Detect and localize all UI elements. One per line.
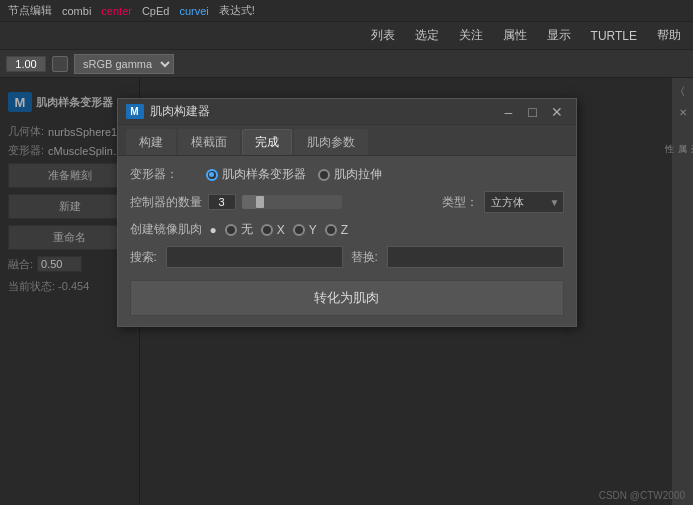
menu-display[interactable]: 显示 <box>543 25 575 46</box>
tab-model-section[interactable]: 模截面 <box>178 129 240 155</box>
radio-spline-checked <box>206 169 218 181</box>
radio-z-circle <box>325 224 337 236</box>
second-toolbar: 列表 选定 关注 属性 显示 TURTLE 帮助 <box>0 22 693 50</box>
radio-spline-deformer[interactable]: 肌肉样条变形器 <box>206 166 306 183</box>
radio-mirror-none[interactable]: 无 <box>225 221 253 238</box>
deformer-type-label: 变形器： <box>130 166 200 183</box>
color-indicator <box>52 56 68 72</box>
deformer-type-row: 变形器： 肌肉样条变形器 肌肉拉伸 <box>130 166 564 183</box>
slider-handle[interactable] <box>256 196 264 208</box>
menu-item-combi[interactable]: combi <box>58 5 95 17</box>
radio-y-circle <box>293 224 305 236</box>
menu-turtle[interactable]: TURTLE <box>587 27 641 45</box>
menu-attributes[interactable]: 属性 <box>499 25 531 46</box>
replace-label: 替换: <box>351 249 379 266</box>
slider-fill <box>242 195 257 209</box>
value-input[interactable] <box>6 56 46 72</box>
menu-item-curvei[interactable]: curvei <box>175 5 212 17</box>
dialog-title: 肌肉构建器 <box>150 103 496 120</box>
menu-item-nodes[interactable]: 节点编辑 <box>4 3 56 18</box>
radio-spline-label: 肌肉样条变形器 <box>222 166 306 183</box>
convert-button[interactable]: 转化为肌肉 <box>130 280 564 316</box>
menu-select[interactable]: 选定 <box>411 25 443 46</box>
radio-mirror-x[interactable]: X <box>261 223 285 237</box>
type-label: 类型： <box>442 194 478 211</box>
minimize-button[interactable]: – <box>498 103 520 121</box>
controller-slider[interactable] <box>242 195 342 209</box>
radio-y-label: Y <box>309 223 317 237</box>
mirror-row: 创建镜像肌肉 ● 无 X Y <box>130 221 564 238</box>
search-input[interactable] <box>166 246 343 268</box>
watermark: CSDN @CTW2000 <box>599 490 685 501</box>
right-icon-close[interactable]: ✕ <box>674 103 692 121</box>
radio-none-circle <box>225 224 237 236</box>
radio-stretch-circle <box>318 169 330 181</box>
dialog-logo: M <box>126 104 144 119</box>
search-label: 搜索: <box>130 249 158 266</box>
controller-count-label: 控制器的数量 <box>130 194 202 211</box>
muscle-builder-dialog: M 肌肉构建器 – □ ✕ 构建 模截面 完成 肌肉参数 变形器： <box>117 98 577 327</box>
radio-x-label: X <box>277 223 285 237</box>
right-sidebar: 〈 ✕ 列属性 <box>671 78 693 505</box>
menu-item-expression[interactable]: 表达式! <box>215 3 259 18</box>
tab-build[interactable]: 构建 <box>126 129 176 155</box>
controller-count-input[interactable] <box>208 194 236 210</box>
controller-count-row: 控制器的数量 类型： 立方体 ▼ <box>130 191 564 213</box>
color-mode-select[interactable]: sRGB gamma <box>74 54 174 74</box>
right-icon-text: 列属性 <box>674 128 692 146</box>
maximize-button[interactable]: □ <box>522 103 544 121</box>
third-bar: sRGB gamma <box>0 50 693 78</box>
type-select-wrapper: 立方体 ▼ <box>484 191 564 213</box>
dialog-tabs: 构建 模截面 完成 肌肉参数 <box>118 125 576 156</box>
menu-item-center[interactable]: center <box>97 5 136 17</box>
main-area: M 肌肉样条变形器 几何体: nurbsSphere1 变形器: cMuscle… <box>0 78 693 505</box>
tab-muscle-params[interactable]: 肌肉参数 <box>294 129 368 155</box>
deformer-radio-group: 肌肉样条变形器 肌肉拉伸 <box>206 166 382 183</box>
top-menu-bar: 节点编辑 combi center CpEd curvei 表达式! <box>0 0 693 22</box>
radio-x-circle <box>261 224 273 236</box>
menu-focus[interactable]: 关注 <box>455 25 487 46</box>
dialog-overlay: M 肌肉构建器 – □ ✕ 构建 模截面 完成 肌肉参数 变形器： <box>0 78 693 505</box>
dialog-titlebar: M 肌肉构建器 – □ ✕ <box>118 99 576 125</box>
radio-stretch-label: 肌肉拉伸 <box>334 166 382 183</box>
dialog-content: 变形器： 肌肉样条变形器 肌肉拉伸 控制器的数量 <box>118 156 576 326</box>
type-select[interactable]: 立方体 <box>484 191 564 213</box>
menu-item-cped[interactable]: CpEd <box>138 5 174 17</box>
radio-none-label: 无 <box>241 221 253 238</box>
radio-mirror-y[interactable]: Y <box>293 223 317 237</box>
tab-complete[interactable]: 完成 <box>242 129 292 155</box>
menu-list[interactable]: 列表 <box>367 25 399 46</box>
slider-container <box>208 194 342 210</box>
mirror-label: 创建镜像肌肉 <box>130 221 202 238</box>
radio-mirror-z[interactable]: Z <box>325 223 348 237</box>
replace-input[interactable] <box>387 246 564 268</box>
mirror-bullet: ● <box>210 223 217 237</box>
close-button[interactable]: ✕ <box>546 103 568 121</box>
right-icon-1[interactable]: 〈 <box>674 82 692 100</box>
radio-stretch[interactable]: 肌肉拉伸 <box>318 166 382 183</box>
menu-help[interactable]: 帮助 <box>653 25 685 46</box>
radio-z-label: Z <box>341 223 348 237</box>
search-replace-row: 搜索: 替换: <box>130 246 564 268</box>
